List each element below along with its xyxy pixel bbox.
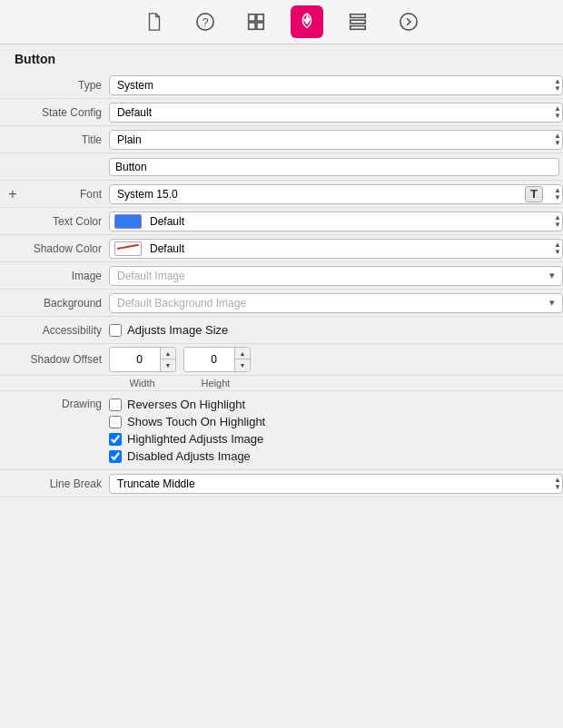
svg-rect-7 bbox=[351, 20, 366, 24]
line-break-select[interactable]: Truncate Middle Truncate Head Truncate T… bbox=[109, 474, 563, 494]
reverses-label: Reverses On Highlight bbox=[127, 398, 245, 411]
shadow-offset-height-input[interactable] bbox=[184, 351, 234, 368]
reverses-row: Reverses On Highlight bbox=[109, 398, 563, 411]
svg-text:?: ? bbox=[202, 15, 208, 29]
attributes-icon[interactable] bbox=[291, 5, 323, 38]
section-title: Button bbox=[0, 44, 563, 72]
properties-panel: Button Type System Custom Detail Disclos… bbox=[0, 44, 563, 497]
title-label: Title bbox=[0, 133, 109, 146]
image-select[interactable]: Default Image ▾ bbox=[109, 266, 563, 286]
accessibility-row: Accessibility Adjusts Image Size bbox=[0, 317, 563, 344]
shadow-offset-height-spin: ▲ ▼ bbox=[183, 347, 251, 372]
state-config-select-wrapper: Default Highlighted Disabled Selected ▲▼ bbox=[109, 103, 563, 123]
accessibility-label: Accessibility bbox=[0, 324, 109, 337]
text-color-select[interactable]: Default bbox=[109, 212, 563, 231]
drawing-checks: Reverses On Highlight Shows Touch On Hig… bbox=[109, 394, 563, 467]
shadow-offset-width-up[interactable]: ▲ bbox=[161, 348, 175, 359]
shadow-color-select[interactable]: Default bbox=[109, 239, 563, 259]
drawing-row: Drawing Reverses On Highlight Shows Touc… bbox=[0, 391, 563, 470]
disabled-adj-row: Disabled Adjusts Image bbox=[109, 449, 563, 463]
shadow-offset-label: Shadow Offset bbox=[0, 353, 109, 366]
line-break-row: Line Break Truncate Middle Truncate Head… bbox=[0, 470, 563, 497]
shadow-color-label: Shadow Color bbox=[0, 242, 109, 255]
text-color-row: Text Color Default ▲▼ bbox=[0, 208, 563, 235]
grid-icon[interactable] bbox=[240, 5, 272, 38]
height-label: Height bbox=[183, 378, 249, 389]
state-config-label: State Config bbox=[0, 106, 109, 119]
title-text-input[interactable] bbox=[109, 158, 559, 176]
shadow-offset-width-down[interactable]: ▼ bbox=[161, 359, 175, 371]
image-dropdown-arrow: ▾ bbox=[549, 270, 555, 281]
shadow-offset-width-spin: ▲ ▼ bbox=[109, 347, 176, 372]
shows-touch-row: Shows Touch On Highlight bbox=[109, 415, 563, 428]
svg-point-9 bbox=[400, 14, 417, 30]
svg-rect-2 bbox=[249, 15, 255, 21]
arrow-right-icon[interactable] bbox=[392, 5, 425, 38]
title-text-row bbox=[0, 153, 563, 181]
text-color-select-wrapper: Default ▲▼ bbox=[109, 212, 563, 231]
type-select[interactable]: System Custom Detail Disclosure Info Lig… bbox=[109, 75, 563, 95]
image-label: Image bbox=[0, 270, 109, 282]
background-row: Background Default Background Image ▾ bbox=[0, 290, 563, 317]
disabled-adj-label: Disabled Adjusts Image bbox=[127, 449, 251, 463]
file-icon[interactable] bbox=[138, 5, 171, 38]
shadow-offset-width-input[interactable] bbox=[110, 351, 160, 368]
shadow-offset-height-down[interactable]: ▼ bbox=[235, 359, 250, 371]
shadow-offset-height-up[interactable]: ▲ bbox=[235, 348, 250, 359]
shadow-offset-row: Shadow Offset ▲ ▼ ▲ ▼ bbox=[0, 344, 563, 376]
svg-rect-3 bbox=[257, 15, 263, 21]
highlighted-adj-checkbox[interactable] bbox=[109, 433, 122, 446]
width-label: Width bbox=[109, 378, 175, 389]
svg-rect-4 bbox=[249, 23, 255, 29]
shadow-color-row: Shadow Color Default ▲▼ bbox=[0, 235, 563, 262]
svg-rect-5 bbox=[257, 23, 263, 29]
font-select[interactable]: System 15.0 bbox=[109, 184, 563, 204]
accessibility-checkbox-label: Adjusts Image Size bbox=[127, 323, 228, 337]
type-label: Type bbox=[0, 79, 109, 92]
line-break-select-wrapper: Truncate Middle Truncate Head Truncate T… bbox=[109, 474, 563, 494]
list-icon[interactable] bbox=[341, 5, 374, 38]
shows-touch-checkbox[interactable] bbox=[109, 416, 122, 428]
font-t-icon[interactable]: T bbox=[525, 186, 543, 202]
background-label: Background bbox=[0, 297, 109, 310]
type-select-wrapper: System Custom Detail Disclosure Info Lig… bbox=[109, 75, 563, 95]
title-select[interactable]: Plain Attributed bbox=[109, 130, 563, 150]
help-icon[interactable]: ? bbox=[189, 5, 222, 38]
background-dropdown-arrow: ▾ bbox=[549, 297, 555, 309]
svg-rect-6 bbox=[351, 15, 366, 18]
text-color-label: Text Color bbox=[0, 215, 109, 228]
title-select-wrapper: Plain Attributed ▲▼ bbox=[109, 130, 563, 150]
highlighted-adj-row: Highlighted Adjusts Image bbox=[109, 432, 563, 446]
state-config-select[interactable]: Default Highlighted Disabled Selected bbox=[109, 103, 563, 123]
line-break-label: Line Break bbox=[0, 477, 109, 490]
state-config-row: State Config Default Highlighted Disable… bbox=[0, 99, 563, 126]
svg-rect-8 bbox=[351, 26, 366, 30]
highlighted-adj-label: Highlighted Adjusts Image bbox=[127, 432, 263, 446]
plus-button[interactable]: + bbox=[5, 187, 20, 202]
accessibility-checkbox-row: Adjusts Image Size bbox=[109, 323, 228, 337]
wh-labels: Width Height bbox=[109, 378, 563, 389]
shadow-color-select-wrapper: Default ▲▼ bbox=[109, 239, 563, 259]
background-select[interactable]: Default Background Image ▾ bbox=[109, 293, 563, 313]
type-row: Type System Custom Detail Disclosure Inf… bbox=[0, 72, 563, 99]
shadow-offset-height-spinner: ▲ ▼ bbox=[234, 348, 250, 371]
drawing-label: Drawing bbox=[0, 394, 109, 410]
wh-labels-row: Width Height bbox=[0, 376, 563, 391]
shadow-offset-controls: ▲ ▼ ▲ ▼ bbox=[109, 347, 563, 372]
toolbar: ? bbox=[0, 0, 563, 44]
font-select-wrapper: System 15.0 T ▲▼ bbox=[109, 184, 563, 204]
image-row: Image Default Image ▾ bbox=[0, 262, 563, 290]
reverses-checkbox[interactable] bbox=[109, 398, 122, 411]
shadow-offset-width-spinner: ▲ ▼ bbox=[160, 348, 175, 371]
accessibility-checkbox[interactable] bbox=[109, 324, 122, 337]
background-placeholder: Default Background Image bbox=[117, 297, 246, 310]
shows-touch-label: Shows Touch On Highlight bbox=[127, 415, 265, 428]
font-row-control: System 15.0 T ▲▼ bbox=[109, 184, 563, 204]
disabled-adj-checkbox[interactable] bbox=[109, 450, 122, 463]
font-row: + Font System 15.0 T ▲▼ bbox=[0, 181, 563, 208]
image-placeholder: Default Image bbox=[117, 270, 185, 282]
title-row: Title Plain Attributed ▲▼ bbox=[0, 126, 563, 153]
